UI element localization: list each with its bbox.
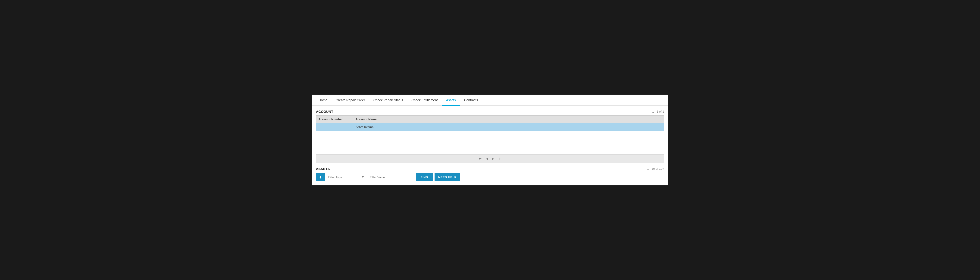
pagination-first-btn[interactable]: ⊨ xyxy=(478,157,482,161)
pagination-next-btn[interactable]: ► xyxy=(491,157,496,161)
col-header-account-name: Account Name xyxy=(356,117,662,121)
account-pagination: 1 - 1 of 1 xyxy=(652,110,664,113)
table-empty-space xyxy=(316,131,664,155)
nav-check-repair-status[interactable]: Check Repair Status xyxy=(369,95,407,106)
nav-create-repair-order[interactable]: Create Repair Order xyxy=(331,95,369,106)
col-header-account-number: Account Number xyxy=(318,117,356,121)
download-button[interactable]: ⬇ xyxy=(316,173,325,181)
nav-home[interactable]: Home xyxy=(315,95,331,106)
account-table: Account Number Account Name Zebra Intern… xyxy=(316,115,664,163)
pagination-last-btn[interactable]: ⊩ xyxy=(498,157,502,161)
filter-type-select[interactable]: Filter Type xyxy=(328,176,364,179)
filter-value-input[interactable] xyxy=(368,173,414,181)
account-section-header: ACCOUNT 1 - 1 of 1 xyxy=(316,109,664,114)
content-area: ACCOUNT 1 - 1 of 1 Account Number Accoun… xyxy=(312,106,668,185)
nav-check-entitlement[interactable]: Check Entitlement xyxy=(407,95,442,106)
assets-title: ASSETS xyxy=(316,167,330,171)
account-title: ACCOUNT xyxy=(316,109,333,114)
assets-section: ASSETS 1 - 10 of 10+ ⬇ Filter Type ▼ FIN… xyxy=(316,167,664,181)
cell-account-number xyxy=(318,125,356,129)
need-help-button[interactable]: NEED HELP xyxy=(434,173,460,181)
assets-section-header: ASSETS 1 - 10 of 10+ xyxy=(316,167,664,171)
nav-bar: Home Create Repair Order Check Repair St… xyxy=(312,95,668,106)
cell-account-name: Zebra Internal xyxy=(356,125,662,129)
assets-toolbar: ⬇ Filter Type ▼ FIND NEED HELP xyxy=(316,173,664,181)
table-row[interactable]: Zebra Internal xyxy=(316,123,664,131)
find-button[interactable]: FIND xyxy=(416,173,433,181)
pagination-controls: ⊨ ◄ ► ⊩ xyxy=(478,157,502,161)
account-table-footer: ⊨ ◄ ► ⊩ xyxy=(316,155,664,163)
pagination-prev-btn[interactable]: ◄ xyxy=(484,157,489,161)
nav-assets[interactable]: Assets xyxy=(442,95,460,106)
account-table-header: Account Number Account Name xyxy=(316,115,664,123)
assets-pagination: 1 - 10 of 10+ xyxy=(647,167,664,171)
filter-type-wrapper: Filter Type ▼ xyxy=(327,173,366,181)
download-icon: ⬇ xyxy=(319,175,322,179)
main-container: Home Create Repair Order Check Repair St… xyxy=(312,95,668,185)
nav-contracts[interactable]: Contracts xyxy=(460,95,482,106)
